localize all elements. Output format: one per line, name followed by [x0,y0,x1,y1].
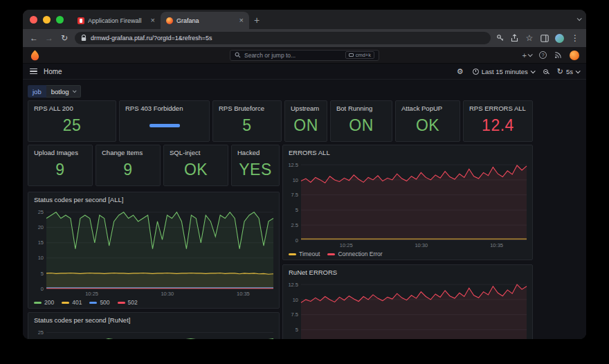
close-tab-icon[interactable]: × [239,17,244,24]
variable-filter: job botlog [28,85,81,98]
macos-window-controls [30,10,64,29]
panel-title[interactable]: RPS ALL 200 [28,101,116,113]
panel-title[interactable]: Upstream [285,101,327,113]
stat-panel-attack-popup: Attack PopUP OK [395,100,460,142]
panel-title[interactable]: SQL-inject [164,145,228,158]
chart-panel-status-codes-all: Status codes per second [ALL] 0510152025… [28,192,280,309]
status-codes-runet-chart[interactable]: 051015202510:2510:3010:35 [30,325,278,339]
svg-text:10:35: 10:35 [490,242,503,248]
panel-title[interactable]: Upload Images [28,145,92,158]
grafana-header-actions: + ? [522,51,579,60]
svg-text:5: 5 [41,271,44,277]
svg-text:12.5: 12.5 [288,162,298,168]
search-icon [235,52,241,58]
panel-title[interactable]: RPS 403 Forbidden [120,101,209,113]
stat-panel-change-items: Change Items 9 [96,145,161,186]
stat-value: OK [396,113,460,138]
sidebar-panel-icon[interactable] [540,35,549,42]
close-window-button[interactable] [30,16,37,24]
status-codes-all-chart[interactable]: 051015202510:2510:3010:35 [30,205,278,297]
panel-title[interactable]: RPS Bruteforce [213,101,281,113]
svg-text:10:35: 10:35 [237,291,250,297]
legend-item[interactable]: 401 [62,299,82,306]
svg-text:10: 10 [293,177,298,183]
panel-title[interactable]: Hacked [232,145,279,158]
tab-search-chevron-icon[interactable] [577,11,581,24]
stat-value: YES [232,158,279,182]
close-tab-icon[interactable]: × [151,17,155,24]
browser-toolbar: ← → ↻ drmwd-grafana.ptaf.ru/?orgId=1&ref… [23,29,586,47]
browser-menu-kebab-icon[interactable]: ⋮ [570,34,580,42]
panel-title[interactable]: RuNet ERRORS [283,265,532,277]
grafana-logo-icon[interactable] [30,50,40,61]
chart-panel-status-codes-runet: Status codes per second [RuNet] 05101520… [28,312,280,339]
panel-title[interactable]: Change Items [96,145,160,158]
url-text: drmwd-grafana.ptaf.ru/?orgId=1&refresh=5… [91,35,212,42]
breadcrumb-home[interactable]: Home [44,68,62,75]
search-placeholder: Search or jump to... [244,52,342,59]
stat-value: 9 [28,158,92,182]
new-tab-button[interactable]: + [249,12,264,28]
reload-button[interactable]: ↻ [60,34,69,42]
stat-panel-rps-403-forbidden: RPS 403 Forbidden [119,100,210,142]
stat-panel-bot-running: Bot Running ON [330,100,392,142]
panel-title[interactable]: RPS ERRORS ALL [464,101,532,113]
svg-text:5: 5 [296,207,298,213]
svg-text:0: 0 [41,286,44,292]
password-key-icon[interactable] [496,34,505,42]
stat-value: 9 [96,158,160,182]
user-avatar[interactable] [570,51,579,60]
back-button[interactable]: ← [29,34,39,42]
address-bar[interactable]: drmwd-grafana.ptaf.ru/?orgId=1&refresh=5… [75,32,491,44]
stat-value: ON [285,113,327,138]
add-menu-button[interactable]: + [522,51,531,60]
bookmark-star-icon[interactable]: ☆ [525,34,534,42]
chart-panel-runet-errors: RuNet ERRORS 02.557.51012.510:2510:3010:… [282,264,533,339]
grafana-subheader: Home ⚙ Last 15 minutes ↻ 5s [23,64,586,80]
dashboard-controls: ⚙ Last 15 minutes ↻ 5s [457,68,579,75]
time-range-picker[interactable]: Last 15 minutes [473,68,534,75]
variable-value-dropdown[interactable]: botlog [46,85,81,98]
search-input[interactable]: Search or jump to... cmd+k [230,50,379,61]
chart-legend: TimeoutConnection Error [289,251,383,257]
stat-panel-upload-images: Upload Images 9 [28,145,93,186]
stat-value: ON [331,113,392,138]
stat-sparkline [120,113,209,138]
legend-item[interactable]: 500 [89,299,109,306]
forward-button[interactable]: → [44,34,54,42]
zoom-out-icon[interactable] [543,69,548,74]
browser-tab-application-firewall[interactable]: Application Firewall × [72,12,161,29]
menu-hamburger-icon[interactable] [30,69,37,74]
news-rss-icon[interactable] [554,51,562,59]
panel-title[interactable]: Status codes per second [ALL] [28,192,279,205]
minimize-window-button[interactable] [43,16,51,24]
stat-value: 25 [28,113,116,138]
panel-title[interactable]: Bot Running [331,101,392,113]
refresh-picker[interactable]: ↻ 5s [557,68,579,75]
time-range-label: Last 15 minutes [482,68,528,75]
chevron-down-icon [72,89,76,93]
panel-title[interactable]: ERRORS ALL [283,145,532,158]
panel-title[interactable]: Attack PopUP [396,101,460,113]
dashboard-settings-gear-icon[interactable]: ⚙ [457,68,464,75]
chart-panel-errors-all: ERRORS ALL 02.557.51012.510:2510:3010:35… [282,145,533,260]
keyboard-icon [349,53,354,57]
panel-title[interactable]: Status codes per second [RuNet] [28,313,279,325]
stat-value: OK [164,158,228,182]
legend-item[interactable]: Connection Error [327,251,382,257]
share-icon[interactable] [511,34,518,42]
grafana-header: Search or jump to... cmd+k + ? [23,47,586,64]
legend-item[interactable]: 502 [118,299,138,306]
browser-profile-avatar[interactable] [555,34,564,43]
legend-item[interactable]: Timeout [289,251,320,257]
stat-panel-upstream: Upstream ON [284,100,327,142]
legend-item[interactable]: 200 [34,299,54,306]
svg-text:10:30: 10:30 [415,242,428,248]
browser-tab-grafana[interactable]: Grafana × [161,12,249,29]
maximize-window-button[interactable] [56,16,64,24]
clock-icon [473,69,479,75]
refresh-icon: ↻ [557,68,563,75]
errors-all-chart[interactable]: 02.557.51012.510:2510:3010:35 [284,158,531,248]
help-icon[interactable]: ? [539,51,547,59]
runet-errors-chart[interactable]: 02.557.51012.510:2510:3010:35 [284,277,531,339]
